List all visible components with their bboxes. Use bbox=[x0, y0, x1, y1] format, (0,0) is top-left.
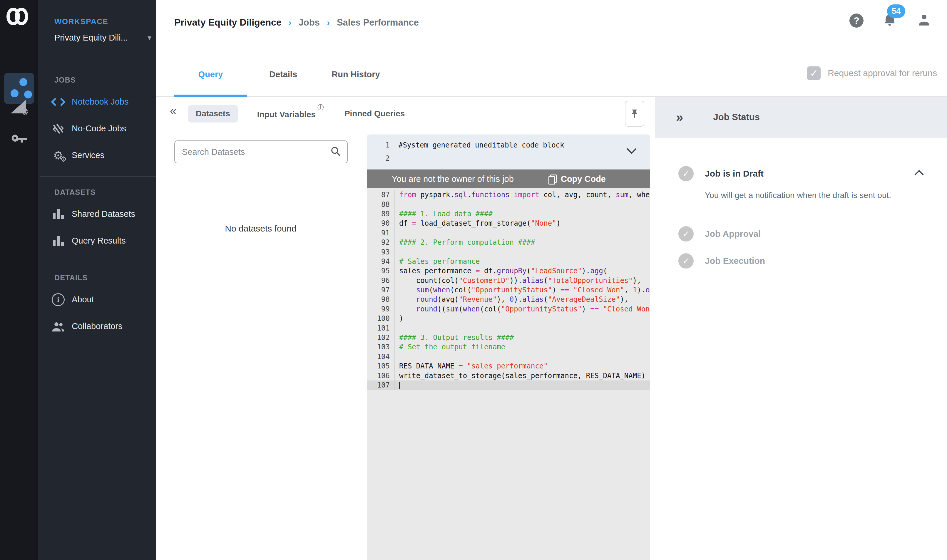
code-line-105[interactable]: 105RES_DATA_NAME = "sales_performance" bbox=[367, 362, 650, 371]
request-approval-row: ✓ Request approval for reruns bbox=[807, 66, 937, 80]
copy-code-button[interactable]: Copy Code bbox=[548, 174, 606, 184]
check-circle-icon: ✓ bbox=[678, 226, 694, 242]
code-line-98[interactable]: 98 round(avg("Revenue"), 0).alias("Avera… bbox=[367, 295, 650, 304]
code-line-90[interactable]: 90df = load_dataset_from_storage("None") bbox=[367, 218, 650, 228]
code-line-93[interactable]: 93 bbox=[367, 247, 650, 257]
code-line-102[interactable]: 102#### 3. Output results #### bbox=[367, 333, 650, 342]
code-line-104[interactable]: 104 bbox=[367, 352, 650, 362]
sidebar-item-collaborators[interactable]: Collaborators bbox=[38, 313, 156, 340]
code-line-89[interactable]: 89#### 1. Load data #### bbox=[367, 209, 650, 218]
tab-run-history[interactable]: Run History bbox=[319, 53, 392, 96]
request-approval-checkbox[interactable]: ✓ bbox=[807, 66, 821, 80]
notification-badge: 54 bbox=[887, 5, 905, 18]
rail-item-keys[interactable] bbox=[0, 129, 38, 149]
code-off-icon bbox=[50, 122, 66, 135]
code-line-100[interactable]: 100) bbox=[367, 314, 650, 323]
code-empty-area[interactable] bbox=[367, 390, 650, 560]
collapse-panel-right-icon[interactable]: » bbox=[676, 110, 683, 125]
breadcrumb-jobs[interactable]: Jobs bbox=[299, 17, 320, 28]
top-header: Privaty Equity Diligence › Jobs › Sales … bbox=[156, 0, 947, 53]
sidebar-item-shared-datasets[interactable]: Shared Datasets bbox=[38, 201, 156, 228]
nav-section-label-datasets: DATASETS bbox=[38, 180, 156, 201]
search-input[interactable] bbox=[175, 147, 324, 157]
info-icon: ⓘ bbox=[317, 104, 324, 111]
sidebar-item-about[interactable]: iAbout bbox=[38, 286, 156, 313]
code-line-87[interactable]: 87from pyspark.sql.functions import col,… bbox=[367, 190, 650, 200]
text-cursor bbox=[399, 382, 400, 389]
chevron-right-icon: › bbox=[289, 18, 291, 28]
pin-button[interactable] bbox=[625, 101, 644, 127]
person-icon bbox=[916, 12, 932, 28]
sidebar-item-label: Query Results bbox=[72, 236, 126, 246]
sidebar-item-label: About bbox=[72, 295, 94, 305]
job-step-job-is-in-draft[interactable]: ✓Job is in Draft bbox=[678, 166, 929, 181]
sidebar-item-no-code-jobs[interactable]: No-Code Jobs bbox=[38, 115, 156, 142]
breadcrumb-workspace[interactable]: Privaty Equity Diligence bbox=[174, 17, 282, 28]
subtab-input-variables[interactable]: Input Variablesⓘ bbox=[254, 104, 325, 123]
line-number: 98 bbox=[367, 295, 395, 304]
code-line-107[interactable]: 107 bbox=[367, 380, 650, 390]
line-number: 105 bbox=[367, 362, 395, 371]
code-line-88[interactable]: 88 bbox=[367, 200, 650, 209]
icon-rail: ⚙ bbox=[0, 0, 38, 560]
code-line-97[interactable]: 97 sum(when(col("OpportunityStatus") == … bbox=[367, 285, 650, 295]
sidebar-divider bbox=[40, 176, 156, 177]
subtab-pinned-queries[interactable]: Pinned Queries bbox=[342, 105, 408, 123]
sidebar-item-notebook-jobs[interactable]: Notebook Jobs bbox=[38, 88, 156, 115]
sidebar-item-label: Services bbox=[72, 151, 104, 160]
tabs: QueryDetailsRun History bbox=[174, 53, 392, 96]
help-icon[interactable]: ? bbox=[849, 14, 864, 28]
tab-details[interactable]: Details bbox=[247, 53, 319, 96]
cluster-icon bbox=[8, 78, 30, 99]
ownership-message: You are not the owner of this job bbox=[367, 174, 548, 184]
line-number: 87 bbox=[367, 190, 395, 200]
code-text: from pyspark.sql.functions import col, a… bbox=[395, 191, 650, 199]
sidebar-item-label: Notebook Jobs bbox=[72, 97, 128, 107]
chevron-right-icon: › bbox=[327, 18, 330, 28]
tab-query[interactable]: Query bbox=[174, 53, 247, 96]
sidebar-nav: JOBSNotebook JobsNo-Code Jobs⚙⚙ServicesD… bbox=[38, 68, 156, 340]
dataset-search bbox=[174, 140, 348, 163]
sidebar-item-label: Shared Datasets bbox=[72, 209, 135, 219]
code-line-106[interactable]: 106write_dataset_to_storage(sales_perfor… bbox=[367, 371, 650, 380]
code-pane: 1 #System generated uneditable code bloc… bbox=[366, 131, 655, 560]
code-line-101[interactable]: 101 bbox=[367, 323, 650, 332]
notifications-button[interactable]: 54 bbox=[882, 12, 898, 29]
sidebar-divider bbox=[40, 262, 156, 262]
subtab-datasets[interactable]: Datasets bbox=[188, 105, 238, 123]
code-line-96[interactable]: 96 count(col("CustomerID")).alias("Total… bbox=[367, 276, 650, 285]
code-text: sales_performance = df.groupBy("LeadSour… bbox=[395, 267, 650, 275]
code-line-99[interactable]: 99 round((sum(when(col("OpportunityStatu… bbox=[367, 305, 650, 314]
job-status-steps: ✓Job is in DraftYou will get a notificat… bbox=[655, 138, 947, 269]
gear-icon: ⚙ bbox=[21, 108, 29, 116]
app-logo-icon[interactable] bbox=[6, 7, 35, 26]
logo-ring bbox=[15, 8, 28, 25]
code-line-103[interactable]: 103# Set the output filename bbox=[367, 342, 650, 352]
account-button[interactable] bbox=[916, 12, 932, 29]
people-icon bbox=[50, 320, 66, 333]
search-icon[interactable] bbox=[330, 146, 341, 158]
code-line-95[interactable]: 95sales_performance = df.groupBy("LeadSo… bbox=[367, 266, 650, 275]
bar-chart-icon bbox=[50, 208, 66, 221]
code-body[interactable]: 87from pyspark.sql.functions import col,… bbox=[367, 188, 650, 560]
sidebar-item-query-results[interactable]: Query Results bbox=[38, 228, 156, 254]
workspace-switcher[interactable]: Privaty Equity Dili... ▾ bbox=[54, 33, 151, 43]
job-status-header: » Job Status bbox=[655, 97, 947, 138]
line-number: 92 bbox=[367, 238, 395, 247]
sidebar-item-label: No-Code Jobs bbox=[72, 124, 126, 133]
line-number: 107 bbox=[367, 380, 395, 390]
datasets-panel: No datasets found bbox=[156, 131, 366, 560]
code-line-94[interactable]: 94# Sales performance bbox=[367, 257, 650, 266]
sidebar-item-label: Collaborators bbox=[72, 322, 122, 331]
code-text: # Set the output filename bbox=[395, 343, 650, 351]
code-text: write_dataset_to_storage(sales_performan… bbox=[395, 372, 650, 380]
chevron-up-icon[interactable] bbox=[915, 170, 924, 179]
rail-item-services[interactable]: ⚙ bbox=[11, 99, 28, 116]
collapse-panel-icon[interactable]: « bbox=[170, 104, 176, 117]
sidebar-item-services[interactable]: ⚙⚙Services bbox=[38, 142, 156, 169]
breadcrumb: Privaty Equity Diligence › Jobs › Sales … bbox=[174, 17, 419, 28]
job-step-description: You will get a notification when the dra… bbox=[705, 189, 929, 201]
code-line-91[interactable]: 91 bbox=[367, 228, 650, 238]
code-text: round(avg("Revenue"), 0).alias("AverageD… bbox=[395, 295, 650, 303]
code-line-92[interactable]: 92#### 2. Perform computation #### bbox=[367, 238, 650, 247]
